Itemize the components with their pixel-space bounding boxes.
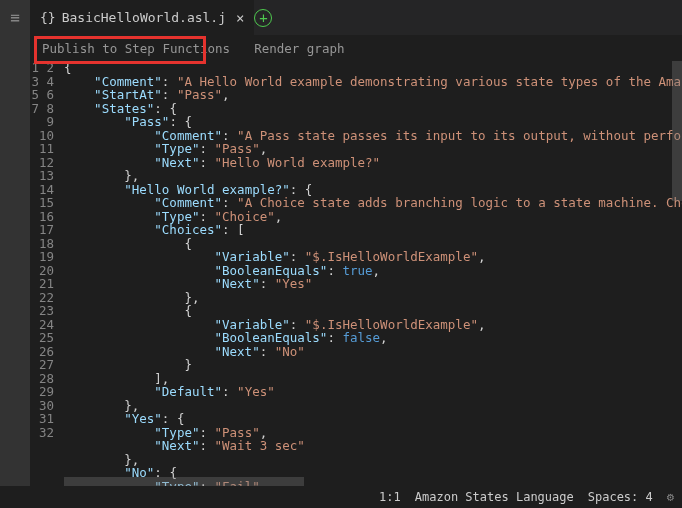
tab-filename: BasicHelloWorld.asl.j xyxy=(62,10,226,25)
line-numbers: 1 2 3 4 5 6 7 8 9 10 11 12 13 14 15 16 1… xyxy=(30,61,64,486)
editor[interactable]: 1 2 3 4 5 6 7 8 9 10 11 12 13 14 15 16 1… xyxy=(30,61,682,486)
activity-bar: ≡ xyxy=(0,0,30,508)
tab-actions: + xyxy=(254,9,284,27)
titlebar: {} BasicHelloWorld.asl.j × + xyxy=(0,0,682,35)
statusbar: 1:1 Amazon States Language Spaces: 4 ⚙ xyxy=(0,486,682,508)
file-tab[interactable]: {} BasicHelloWorld.asl.j × xyxy=(30,0,254,35)
status-language[interactable]: Amazon States Language xyxy=(415,490,574,504)
horizontal-scrollbar[interactable] xyxy=(64,477,304,486)
vertical-scrollbar[interactable] xyxy=(672,61,682,201)
status-spaces[interactable]: Spaces: 4 xyxy=(588,490,653,504)
status-cursor[interactable]: 1:1 xyxy=(379,490,401,504)
toolbar: Publish to Step Functions Render graph xyxy=(30,35,682,61)
json-icon: {} xyxy=(40,10,56,25)
close-icon[interactable]: × xyxy=(236,10,244,26)
tab-bar: {} BasicHelloWorld.asl.j × + xyxy=(30,0,284,35)
render-graph-button[interactable]: Render graph xyxy=(254,41,344,56)
gear-icon[interactable]: ⚙ xyxy=(667,490,674,504)
code-content[interactable]: { "Comment": "A Hello World example demo… xyxy=(64,61,682,486)
plus-icon[interactable]: + xyxy=(254,9,272,27)
menu-icon[interactable]: ≡ xyxy=(10,8,20,27)
publish-button[interactable]: Publish to Step Functions xyxy=(42,41,230,56)
